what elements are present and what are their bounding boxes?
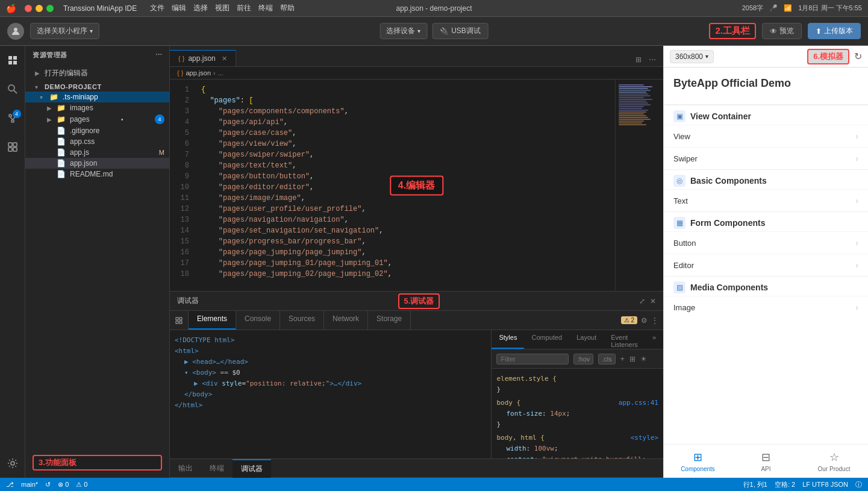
new-style-rule-icon[interactable]: ⊞: [629, 355, 635, 363]
preview-button[interactable]: 👁 预览: [762, 23, 802, 39]
debug-tab-storage[interactable]: Storage: [368, 311, 411, 330]
device-selector[interactable]: 选择设备 ▾: [379, 23, 427, 39]
images-folder[interactable]: ▶ 📁 images: [25, 102, 169, 113]
sim-item-editor[interactable]: Editor ›: [664, 254, 868, 276]
style-tab-computed[interactable]: Computed: [524, 330, 569, 349]
sim-nav-components[interactable]: ⊞ Components: [664, 445, 732, 478]
preview-label: 预览: [779, 26, 794, 36]
extensions-icon[interactable]: [3, 137, 22, 157]
dom-head[interactable]: ▶ <head>…</head>: [175, 357, 486, 367]
debug-tab-console[interactable]: Console: [236, 311, 280, 330]
style-tab-event-listeners[interactable]: Event Listeners: [604, 330, 645, 349]
debug-tab-network[interactable]: Network: [324, 311, 368, 330]
indent-size: 空格: 2: [775, 480, 795, 489]
refresh-simulator-button[interactable]: ↻: [854, 51, 862, 62]
sim-item-image[interactable]: Image ›: [664, 296, 868, 318]
menu-view[interactable]: 视图: [215, 3, 229, 13]
appcss-label: app.css: [70, 137, 95, 146]
sync-icon[interactable]: ↺: [45, 481, 51, 489]
menu-help[interactable]: 帮助: [280, 3, 295, 13]
maximize-button[interactable]: [46, 5, 54, 12]
css-link-app[interactable]: app.css:41: [619, 398, 658, 408]
editor-annotation: 4.编辑器: [390, 175, 443, 195]
app-json-file[interactable]: ▶ 📄 app.json: [25, 158, 169, 169]
cls-toggle[interactable]: .cls: [598, 354, 616, 364]
split-editor-icon[interactable]: ⊞: [633, 53, 644, 66]
svg-point-5: [8, 85, 14, 91]
editor-debugger-area: { } app.json ✕ ⊞ ⋯ { } app.json › ... 12: [170, 46, 663, 478]
menu-goto[interactable]: 前往: [237, 3, 251, 13]
menu-terminal[interactable]: 终端: [258, 3, 273, 13]
minimize-button[interactable]: [36, 5, 43, 12]
debug-tab-elements[interactable]: Elements: [189, 311, 236, 330]
form-components-title: Form Components: [690, 218, 765, 228]
app-css-file[interactable]: ▶ 📄 app.css: [25, 136, 169, 147]
close-panel-icon[interactable]: ✕: [650, 297, 656, 305]
breadcrumb-file[interactable]: app.json: [186, 69, 211, 77]
svg-rect-17: [176, 317, 178, 320]
style-tab-layout[interactable]: Layout: [569, 330, 604, 349]
search-icon[interactable]: [3, 80, 22, 99]
style-tab-more[interactable]: »: [645, 330, 663, 349]
ts-miniapp-folder[interactable]: ▾ 📁 .ts-miniapp: [25, 92, 169, 102]
settings-icon[interactable]: [3, 454, 22, 473]
more-debug-icon[interactable]: ⋮: [651, 316, 658, 325]
bottom-tab-terminal[interactable]: 终端: [201, 460, 233, 477]
debug-tab-sources[interactable]: Sources: [280, 311, 324, 330]
resolution-selector[interactable]: 360x800 ▾: [670, 50, 714, 63]
editor-menu-icon[interactable]: ⋯: [646, 53, 658, 66]
file-encoding: LF UTF8 JSON: [802, 481, 848, 488]
readme-file[interactable]: ▶ 📄 README.md: [25, 169, 169, 180]
debug-tab-inspect[interactable]: [170, 311, 189, 330]
menu-file[interactable]: 文件: [150, 3, 164, 13]
sim-item-swiper[interactable]: Swiper ›: [664, 147, 868, 169]
bottom-tab-output[interactable]: 输出: [170, 460, 201, 477]
app-selector[interactable]: 选择关联小程序 ▾: [30, 23, 99, 39]
open-editors-toggle[interactable]: ▶ 打开的编辑器: [25, 67, 169, 80]
avatar[interactable]: [7, 23, 24, 40]
breadcrumb-path[interactable]: ...: [218, 69, 223, 77]
hover-toggle[interactable]: :hov: [573, 354, 593, 364]
editor-tab-appjson[interactable]: { } app.json ✕: [170, 50, 236, 66]
css-link-style[interactable]: <style>: [631, 433, 658, 443]
project-root-toggle[interactable]: ▾ DEMO-PROJECT: [25, 82, 169, 92]
sim-item-text[interactable]: Text ›: [664, 189, 868, 211]
color-scheme-icon[interactable]: ☀: [640, 355, 647, 363]
status-left: ⎇ main* ↺ ⊗ 0 ⚠ 0: [6, 481, 88, 489]
explorer-more-icon[interactable]: ⋯: [155, 51, 163, 59]
explorer-icon[interactable]: [3, 51, 22, 70]
project-name: DEMO-PROJECT: [45, 83, 102, 90]
settings-debug-icon[interactable]: ⚙: [641, 316, 648, 325]
close-button[interactable]: [25, 5, 32, 12]
text-item-arrow-icon: ›: [855, 196, 858, 205]
css-filter-input[interactable]: [496, 354, 569, 364]
sim-item-button[interactable]: Button ›: [664, 231, 868, 254]
expand-icon[interactable]: ⤢: [639, 297, 645, 305]
sim-nav-api[interactable]: ⊟ API: [732, 445, 800, 478]
view-item-label: View: [673, 132, 690, 141]
upload-button[interactable]: ⬆ 上传版本: [808, 23, 861, 39]
sim-nav-product[interactable]: ☆ Our Product: [800, 445, 868, 478]
device-dropdown-icon: ▾: [417, 28, 420, 34]
gitignore-file[interactable]: ▶ 📄 .gitignore: [25, 125, 169, 136]
dom-body[interactable]: ▾ <body> == $0: [175, 367, 486, 378]
svg-point-0: [14, 28, 17, 31]
app-js-file[interactable]: ▶ 📄 app.js M: [25, 147, 169, 158]
git-badge: 4: [13, 110, 21, 118]
menu-edit[interactable]: 编辑: [172, 3, 186, 13]
usb-debug-button[interactable]: 🔌 USB调试: [432, 23, 489, 39]
sim-item-view[interactable]: View ›: [664, 125, 868, 147]
git-icon[interactable]: 4: [3, 108, 22, 128]
pages-badge: 4: [155, 114, 164, 124]
apple-menu: 🍎: [6, 4, 16, 13]
tab-close-icon[interactable]: ✕: [222, 55, 227, 63]
debugger-title: 调试器: [177, 296, 199, 306]
appjs-modified-m: M: [159, 149, 164, 156]
style-tab-styles[interactable]: Styles: [492, 330, 524, 349]
bottom-tab-debugger[interactable]: 调试器: [233, 459, 271, 478]
menu-select[interactable]: 选择: [193, 3, 208, 13]
sim-section-basic-components: ◎ Basic Components Text ›: [664, 169, 868, 211]
dom-div[interactable]: ▶ <div style="position: relative;">…</di…: [175, 378, 486, 389]
add-style-icon[interactable]: +: [620, 355, 625, 363]
pages-folder[interactable]: ▶ 📁 pages • 4: [25, 113, 169, 125]
